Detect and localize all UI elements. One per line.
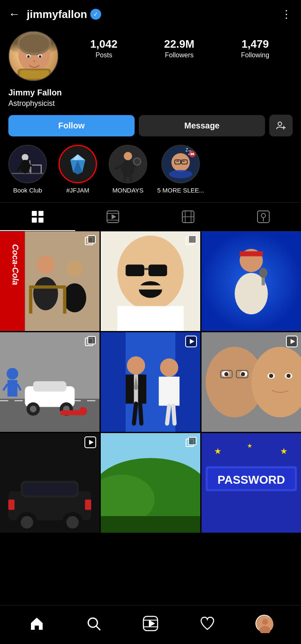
- svg-point-153: [66, 516, 79, 529]
- svg-point-108: [7, 368, 18, 380]
- svg-line-40: [130, 176, 131, 182]
- add-friend-button[interactable]: [269, 115, 293, 136]
- nav-search[interactable]: [81, 613, 106, 634]
- highlight-item-jfjam[interactable]: #JFJAM: [57, 145, 99, 194]
- svg-point-20: [20, 160, 30, 173]
- multi-image-icon-1: [84, 235, 96, 248]
- add-person-icon: [276, 120, 286, 131]
- highlight-circle-bookclub: [8, 145, 47, 183]
- sleep-svg: Z Z: [162, 146, 199, 182]
- grid-cell-6[interactable]: [202, 332, 301, 432]
- tab-reels[interactable]: [75, 203, 150, 231]
- follow-button[interactable]: Follow: [8, 115, 135, 136]
- search-icon: [86, 616, 102, 631]
- svg-point-2: [19, 34, 49, 53]
- svg-point-71: [36, 256, 55, 274]
- tab-tagged[interactable]: [226, 203, 301, 231]
- highlight-label-mondays: MONDAYS: [112, 187, 144, 194]
- back-button[interactable]: ←: [8, 8, 20, 21]
- grid-cell-5[interactable]: [101, 332, 200, 432]
- svg-rect-103: [33, 381, 66, 392]
- svg-point-105: [30, 406, 36, 413]
- svg-rect-9: [20, 70, 49, 79]
- hl-bookclub-bg: [9, 146, 46, 182]
- svg-rect-53: [38, 211, 43, 216]
- following-count: 1,479: [241, 38, 270, 51]
- display-name: Jimmy Fallon: [8, 88, 293, 97]
- svg-rect-21: [20, 164, 30, 165]
- svg-rect-156: [85, 500, 91, 510]
- svg-text:★: ★: [280, 446, 288, 456]
- svg-rect-115: [88, 336, 95, 344]
- nav-likes[interactable]: [195, 613, 220, 634]
- svg-text:★: ★: [247, 442, 253, 449]
- svg-point-138: [241, 372, 245, 376]
- svg-rect-125: [159, 377, 180, 405]
- svg-point-73: [66, 260, 83, 277]
- highlight-label-bookclub: Book Club: [13, 187, 42, 194]
- home-icon: [29, 616, 45, 631]
- highlight-item-bookclub[interactable]: Book Club: [7, 145, 48, 194]
- hl-mondays-bg: [110, 146, 146, 182]
- svg-line-127: [140, 404, 141, 424]
- highlight-item-mondays[interactable]: MONDAYS: [107, 145, 149, 194]
- svg-point-142: [269, 374, 273, 378]
- grid-cell-1[interactable]: Coca-Cola: [0, 231, 99, 331]
- svg-line-126: [134, 404, 136, 424]
- svg-point-87: [139, 281, 162, 298]
- header-left: ← jimmyfallon ✓: [8, 8, 101, 21]
- highlight-circle-mondays: [109, 145, 147, 183]
- grid-cell-9[interactable]: PASSWORD ★ ★ ★: [202, 433, 301, 533]
- more-options-button[interactable]: ⋮: [281, 8, 293, 21]
- bio-text: Astrophysicist: [8, 99, 293, 108]
- svg-point-144: [286, 374, 291, 378]
- message-button[interactable]: Message: [139, 115, 265, 136]
- grid-image-3: [202, 231, 301, 331]
- grid-cell-8[interactable]: [101, 433, 200, 533]
- mondays-svg: [110, 146, 146, 182]
- nav-reels[interactable]: [138, 613, 163, 634]
- username-row: jimmyfallon ✓: [27, 8, 101, 21]
- highlight-item-sleep[interactable]: Z Z 5 MORE SLEE...: [157, 145, 204, 194]
- posts-stat: 1,042 Posts: [90, 38, 117, 59]
- svg-point-74: [63, 283, 87, 312]
- svg-rect-77: [63, 289, 66, 314]
- bookclub-svg: [9, 146, 46, 182]
- hl-jfjam-bg: [60, 146, 96, 182]
- avatar-wrap: [8, 31, 59, 81]
- svg-marker-57: [112, 214, 116, 219]
- diamond-svg: [65, 151, 90, 177]
- grid-image-9: PASSWORD ★ ★ ★: [202, 433, 301, 533]
- svg-rect-76: [29, 289, 32, 314]
- tab-collab[interactable]: [150, 203, 226, 231]
- tab-grid[interactable]: [0, 203, 75, 231]
- svg-line-39: [124, 176, 125, 182]
- grid-cell-7[interactable]: [0, 433, 99, 533]
- header: ← jimmyfallon ✓ ⋮: [0, 0, 301, 27]
- svg-rect-154: [23, 483, 77, 495]
- svg-marker-178: [149, 620, 155, 627]
- reels-nav-icon: [143, 616, 158, 631]
- svg-point-48: [169, 170, 192, 178]
- photo-grid: Coca-Cola: [0, 231, 301, 533]
- svg-rect-88: [139, 285, 162, 290]
- multi-image-icon-4: [84, 336, 96, 349]
- following-stat: 1,479 Following: [241, 38, 270, 59]
- avatar-svg: [9, 32, 59, 81]
- svg-text:Coca-Cola: Coca-Cola: [11, 244, 20, 285]
- nav-avatar: [255, 615, 273, 632]
- nav-home[interactable]: [24, 613, 49, 634]
- grid-cell-2[interactable]: [101, 231, 200, 331]
- collab-icon: [181, 210, 195, 223]
- svg-point-72: [33, 277, 58, 310]
- nav-profile[interactable]: [252, 613, 277, 634]
- grid-cell-4[interactable]: [0, 332, 99, 432]
- hl-sleep-bg: Z Z: [162, 146, 199, 182]
- highlight-circle-jfjam: [59, 145, 97, 183]
- svg-rect-52: [32, 211, 37, 216]
- grid-cell-3[interactable]: [202, 231, 301, 331]
- reel-icon-7: [84, 436, 96, 450]
- heart-icon: [199, 616, 215, 631]
- profile-section: 1,042 Posts 22.9M Followers 1,479 Follow…: [0, 27, 301, 88]
- svg-point-120: [127, 357, 145, 375]
